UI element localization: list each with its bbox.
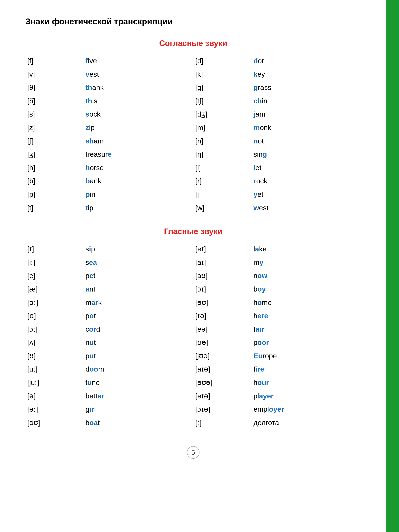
phonetic-symbol: [b] <box>25 174 83 188</box>
consonants-table: [f]five[d]dot[v]vest[k]key[θ]thank[g]gra… <box>25 54 361 215</box>
example-word: employer <box>251 403 361 416</box>
page-number-container: 5 <box>25 446 361 459</box>
table-row: [ʃ]sham[n]not <box>25 134 361 148</box>
table-row: [əʊ]boat[ː]долгота <box>25 416 361 430</box>
example-word: here <box>251 309 361 323</box>
phonetic-symbol: [s] <box>25 108 83 121</box>
phonetic-symbol: [jʊə] <box>193 349 251 363</box>
phonetic-symbol: [eɪ] <box>193 242 251 256</box>
phonetic-symbol: [əː] <box>25 403 83 416</box>
example-word: lake <box>251 242 361 256</box>
phonetic-symbol: [r] <box>193 174 251 188</box>
phonetic-symbol: [ʃ] <box>25 134 83 148</box>
example-word: boy <box>251 283 361 296</box>
table-row: [ʒ]treasure[ŋ]sing <box>25 148 361 161</box>
example-word: grass <box>251 81 361 94</box>
example-word: cord <box>83 323 193 336</box>
phonetic-symbol: [əʊ] <box>25 416 83 430</box>
table-row: [v]vest[k]key <box>25 68 361 81</box>
example-word: vest <box>83 68 193 81</box>
phonetic-symbol: [ɔɪ] <box>193 283 251 296</box>
phonetic-symbol: [ə] <box>25 389 83 403</box>
phonetic-symbol: [n] <box>193 134 251 148</box>
phonetic-symbol: [m] <box>193 121 251 134</box>
phonetic-symbol: [l] <box>193 161 251 175</box>
phonetic-symbol: [ɪə] <box>193 309 251 323</box>
example-word: girl <box>83 403 193 416</box>
vowels-title: Гласные звуки <box>25 227 361 236</box>
example-word: not <box>251 134 361 148</box>
table-row: [ɒ]pot[ɪə]here <box>25 309 361 323</box>
table-row: [t]tip[w]west <box>25 201 361 215</box>
example-word: долгота <box>251 416 361 430</box>
phonetic-symbol: [h] <box>25 161 83 175</box>
example-word: mark <box>83 296 193 309</box>
table-row: [ɑː]mark[əʊ]home <box>25 296 361 309</box>
example-word: dot <box>251 54 361 68</box>
phonetic-symbol: [ɪ] <box>25 242 83 256</box>
phonetic-symbol: [tʃ] <box>193 94 251 108</box>
phonetic-symbol: [eɪə] <box>193 389 251 403</box>
phonetic-symbol: [j] <box>193 188 251 201</box>
table-row: [ʌ]nut[ʊə]poor <box>25 336 361 349</box>
phonetic-symbol: [aɪ] <box>193 256 251 269</box>
table-row: [s]sock[dʒ]jam <box>25 108 361 121</box>
phonetic-symbol: [iː] <box>25 256 83 269</box>
phonetic-symbol: [k] <box>193 68 251 81</box>
phonetic-symbol: [ŋ] <box>193 148 251 161</box>
example-word: pot <box>83 309 193 323</box>
phonetic-symbol: [w] <box>193 201 251 215</box>
phonetic-symbol: [əʊ] <box>193 296 251 309</box>
phonetic-symbol: [ʊ] <box>25 349 83 363</box>
table-row: [ɪ]sip[eɪ]lake <box>25 242 361 256</box>
example-word: tune <box>83 376 193 389</box>
example-word: treasure <box>83 148 193 161</box>
table-row: [iː]sea[aɪ]my <box>25 256 361 269</box>
table-row: [h]horse[l]let <box>25 161 361 175</box>
phonetic-symbol: [ð] <box>25 94 83 108</box>
table-row: [uː]doom[aɪə]fire <box>25 362 361 376</box>
example-word: put <box>83 349 193 363</box>
example-word: doom <box>83 362 193 376</box>
phonetic-symbol: [æ] <box>25 283 83 296</box>
table-row: [ð]this[tʃ]chin <box>25 94 361 108</box>
phonetic-symbol: [z] <box>25 121 83 134</box>
example-word: key <box>251 68 361 81</box>
example-word: fair <box>251 323 361 336</box>
example-word: rock <box>251 174 361 188</box>
table-row: [e]pet[aʊ]now <box>25 269 361 283</box>
phonetic-symbol: [f] <box>25 54 83 68</box>
example-word: sock <box>83 108 193 121</box>
example-word: better <box>83 389 193 403</box>
example-word: five <box>83 54 193 68</box>
example-word: player <box>251 389 361 403</box>
example-word: yet <box>251 188 361 201</box>
table-row: [f]five[d]dot <box>25 54 361 68</box>
example-word: chin <box>251 94 361 108</box>
example-word: hour <box>251 376 361 389</box>
phonetic-symbol: [d] <box>193 54 251 68</box>
example-word: now <box>251 269 361 283</box>
table-row: [əː]girl[ɔɪə]employer <box>25 403 361 416</box>
table-row: [θ]thank[g]grass <box>25 81 361 94</box>
consonants-title: Согласные звуки <box>25 39 361 48</box>
page-title: Знаки фонетической транскрипции <box>25 17 361 26</box>
phonetic-symbol: [juː] <box>25 376 83 389</box>
example-word: horse <box>83 161 193 175</box>
table-row: [b]bank[r]rock <box>25 174 361 188</box>
table-row: [ʊ]put[jʊə]Europe <box>25 349 361 363</box>
table-row: [z]zip[m]monk <box>25 121 361 134</box>
table-row: [æ]ant[ɔɪ]boy <box>25 283 361 296</box>
example-word: bank <box>83 174 193 188</box>
table-row: [p]pin[j]yet <box>25 188 361 201</box>
phonetic-symbol: [ʊə] <box>193 336 251 349</box>
table-row: [juː]tune[əʊə]hour <box>25 376 361 389</box>
example-word: monk <box>251 121 361 134</box>
example-word: sing <box>251 148 361 161</box>
phonetic-symbol: [ɒ] <box>25 309 83 323</box>
page-number: 5 <box>187 446 200 459</box>
example-word: sea <box>83 256 193 269</box>
example-word: sip <box>83 242 193 256</box>
phonetic-symbol: [aʊ] <box>193 269 251 283</box>
example-word: sham <box>83 134 193 148</box>
